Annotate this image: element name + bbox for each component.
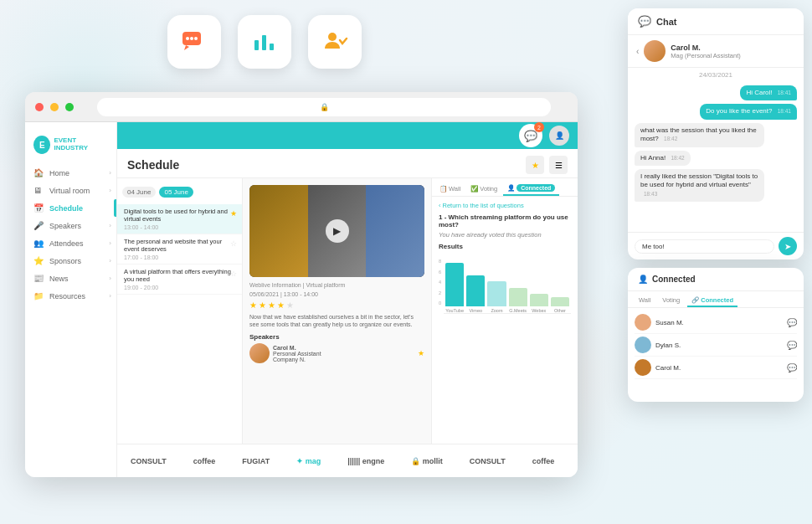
connected-list: Susan M. 💬 Dylan S. 💬 Carol M. 💬 — [628, 308, 804, 383]
session-title-1: Digital tools to be used for hybrid and … — [124, 208, 235, 223]
voting-label: Voting — [480, 185, 497, 193]
bar-label: Zoom — [491, 308, 502, 313]
session-description: Now that we have established ourselves a… — [249, 313, 424, 328]
message-icon-1[interactable]: 💬 — [787, 318, 797, 327]
back-to-questions[interactable]: ‹ Return to the list of questions — [439, 202, 571, 209]
notification-count: 2 — [534, 122, 544, 132]
sidebar-item-sponsors[interactable]: ⭐ Sponsors › — [25, 252, 116, 270]
question-number: 1 - — [439, 213, 449, 221]
chart-feature-icon[interactable] — [238, 15, 291, 69]
chat-contact-name: Carol M. — [671, 44, 740, 52]
message-icon-3[interactable]: 💬 — [787, 363, 797, 372]
question-content: Which streaming platform do you use most… — [439, 213, 568, 229]
sidebar-item-virtual[interactable]: 🖥 Virtual room › — [25, 182, 116, 199]
schedule-title: Schedule — [127, 158, 179, 172]
session-item-2[interactable]: The personal and website that your event… — [117, 234, 242, 265]
sidebar-label-virtual: Virtual room — [49, 187, 90, 195]
session-date: 05/06/2021 | 13:00 - 14:00 — [249, 291, 424, 297]
chat-header: 💬 Chat — [628, 8, 804, 35]
star-3: ★ — [268, 301, 275, 310]
star-1: ★ — [249, 301, 257, 310]
user-avatar[interactable]: 👤 — [549, 126, 569, 146]
ticker-brand: ✦ mag — [296, 457, 321, 465]
connected-user-1: Susan M. 💬 — [635, 311, 797, 334]
bar-group: Other — [551, 297, 569, 313]
chat-contact: ‹ Carol M. Mag (Personal Assistant) — [628, 35, 804, 68]
message-3: what was the session that you liked the … — [635, 123, 764, 147]
schedule-header-controls: ★ ☰ — [526, 156, 568, 174]
chat-input[interactable] — [635, 239, 774, 254]
sidebar-item-speakers[interactable]: 🎤 Speakers › — [25, 217, 116, 234]
sponsors-icon: ⭐ — [33, 256, 45, 265]
chat-send-button[interactable]: ➤ — [779, 237, 797, 255]
play-button[interactable]: ▶ — [326, 219, 349, 243]
msg-time-4: 18:42 — [671, 155, 684, 161]
conn-connected-tab[interactable]: 🔗 Connected — [687, 295, 737, 307]
bar — [509, 288, 527, 306]
maximize-dot[interactable] — [65, 103, 74, 111]
news-icon: 📰 — [33, 274, 45, 283]
panel-tabs: 📋 Wall ✅ Voting 👤 Connected — [432, 178, 578, 197]
chat-back-button[interactable]: ‹ — [636, 47, 639, 56]
close-dot[interactable] — [35, 103, 44, 111]
date-tab-04[interactable]: 04 June — [122, 187, 156, 198]
chevron-right-icon-6: › — [109, 275, 111, 282]
conn-wall-tab[interactable]: Wall — [635, 295, 655, 307]
video-overlay: ▶ — [249, 185, 424, 277]
msg-time-1: 18:41 — [778, 90, 791, 95]
video-player[interactable]: ▶ — [249, 185, 424, 277]
star-filter-button[interactable]: ★ — [526, 156, 544, 174]
bar-group: Zoom — [487, 281, 506, 313]
chevron-right-icon-4: › — [109, 239, 111, 247]
sidebar-item-resources[interactable]: 📁 Resources › — [25, 287, 116, 305]
sidebar-label-sponsors: Sponsors — [49, 257, 81, 265]
schedule-body: 04 June 05 June Digital tools to be used… — [117, 178, 578, 444]
conn-voting-tab[interactable]: Voting — [658, 295, 684, 307]
msg-time-5: 18:43 — [644, 191, 657, 197]
session-item-1[interactable]: Digital tools to be used for hybrid and … — [117, 204, 242, 234]
svg-point-3 — [194, 37, 198, 40]
wall-tab[interactable]: 📋 Wall — [435, 182, 465, 196]
user-avatar-2 — [635, 336, 651, 353]
schedule-area: Schedule ★ ☰ 04 June 05 June Dig — [117, 149, 578, 477]
brand-ticker: CONSULTcoffeeFUGIAT✦ mag|||||| engne🔒 mo… — [117, 444, 578, 477]
date-tabs: 04 June 05 June — [117, 183, 242, 201]
chevron-right-icon-5: › — [109, 257, 111, 265]
sidebar-item-attendees[interactable]: 👥 Attendees › — [25, 234, 116, 252]
message-icon-2[interactable]: 💬 — [787, 341, 797, 350]
speaker-row: Carol M. Personal Assistant Company N. ★ — [249, 343, 424, 363]
user-avatar-3 — [635, 359, 651, 376]
url-bar[interactable]: 🔒 — [97, 98, 551, 116]
notification-button[interactable]: 💬 2 — [519, 124, 542, 147]
sidebar-item-schedule[interactable]: 📅 Schedule — [25, 199, 116, 217]
connected-tab[interactable]: 👤 Connected — [503, 182, 559, 196]
chat-contact-avatar — [644, 40, 666, 62]
ticker-brand: CONSULT — [131, 457, 167, 465]
sidebar-item-news[interactable]: 📰 News › — [25, 270, 116, 287]
list-view-button[interactable]: ☰ — [549, 156, 568, 174]
connected-header: 👤 Connected — [628, 268, 804, 291]
ticker-brand: coffee — [532, 457, 555, 465]
sidebar-logo: E EVENT INDUSTRY — [25, 129, 116, 161]
virtual-icon: 🖥 — [33, 186, 45, 195]
bar — [466, 275, 485, 306]
chat-feature-icon[interactable] — [167, 15, 221, 69]
message-2: Do you like the event? 18:41 — [700, 104, 797, 119]
voting-tab[interactable]: ✅ Voting — [466, 182, 501, 196]
sidebar-label-speakers: Speakers — [49, 222, 81, 230]
active-indicator — [114, 199, 116, 217]
session-item-3[interactable]: A virtual platform that offers everythin… — [117, 265, 242, 295]
minimize-dot[interactable] — [50, 103, 59, 111]
bar-label: Other — [554, 308, 566, 313]
connected-user-2: Dylan S. 💬 — [635, 334, 797, 357]
star-5: ★ — [286, 301, 294, 310]
main-content: 💬 2 👤 Schedule ★ ☰ — [117, 122, 578, 477]
user-name-2: Dylan S. — [655, 342, 783, 349]
speaker-favorite-star[interactable]: ★ — [418, 349, 424, 357]
sidebar-item-home[interactable]: 🏠 Home › — [25, 164, 116, 182]
bar-chart: YouTube Vimeo Zoom G.Meets Webex Other — [444, 255, 571, 314]
date-tab-05[interactable]: 05 June — [159, 187, 193, 198]
user-check-feature-icon[interactable] — [308, 15, 362, 69]
voted-status: You have already voted this question — [439, 231, 571, 239]
message-5: I really liked the session "Digital tool… — [635, 169, 764, 202]
